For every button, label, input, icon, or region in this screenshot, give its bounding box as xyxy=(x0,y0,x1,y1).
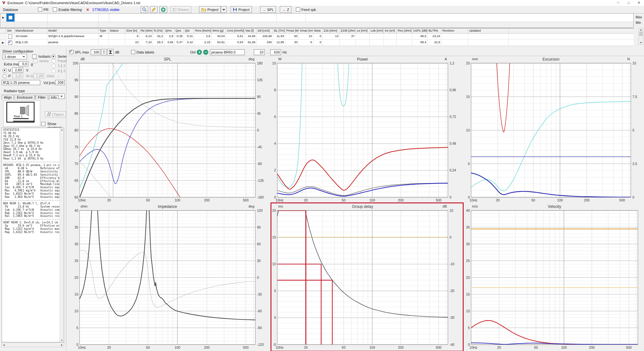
tab-filter[interactable]: Filter xyxy=(35,95,48,100)
grid-cell[interactable]: 89,4 xyxy=(412,40,428,45)
grid-column-header[interactable]: Z10k [ohm] xyxy=(340,28,356,33)
filter-cell[interactable] xyxy=(109,14,277,22)
power-field[interactable]: 1,11 xyxy=(12,73,23,78)
stats-horizontal-scrollbar[interactable]: ◄ ► xyxy=(2,343,64,347)
scroll-left-icon[interactable]: ◄ xyxy=(3,344,5,346)
grid-cell[interactable]: W xyxy=(99,34,109,39)
grid-column-header[interactable]: BL [Tm] xyxy=(273,28,285,33)
grid-cell[interactable]: 32,2 xyxy=(153,34,164,39)
voltage-field[interactable]: 2,83 xyxy=(12,67,23,73)
grid-cell[interactable]: 23,24 xyxy=(428,34,441,39)
driver-count-select[interactable]: 1 driver xyxy=(3,54,27,59)
freq-max-field[interactable]: 626 xyxy=(270,49,281,55)
grid-column-header[interactable]: Size [in] xyxy=(125,28,140,33)
grid-cell[interactable]: 12,85 xyxy=(273,40,285,45)
sel-cell[interactable] xyxy=(6,34,14,39)
filter-cell[interactable] xyxy=(99,14,109,22)
grid-column-header[interactable]: Qes xyxy=(175,28,184,33)
grid-column-header[interactable]: Status xyxy=(109,28,125,33)
spl-chart[interactable]: SPLdBdeg606570758085909510018013590450-4… xyxy=(67,56,270,203)
power-ohm-field[interactable]: 7,24 xyxy=(33,73,44,78)
power-radio[interactable] xyxy=(3,74,7,78)
sel-checkbox[interactable] xyxy=(8,34,12,39)
voltage-radio[interactable] xyxy=(3,68,7,73)
grid-vertical-scrollbar[interactable]: ▲ ▼ xyxy=(639,28,643,45)
vd-field[interactable]: 208 xyxy=(55,80,65,85)
grid-cell[interactable]: 346 xyxy=(257,40,273,45)
grid-cell[interactable] xyxy=(370,40,384,45)
grid-cell[interactable]: 30 xyxy=(285,40,299,45)
grid-cell[interactable]: 8 xyxy=(125,34,140,39)
scroll-thumb[interactable] xyxy=(639,32,643,36)
grid-column-header[interactable]: fs [Hz] xyxy=(153,28,164,33)
grid-cell[interactable]: 6,13 xyxy=(140,34,153,39)
tab-info[interactable]: Info xyxy=(49,95,59,100)
clear-filter-button[interactable]: × xyxy=(86,7,89,12)
grid-cell[interactable]: 22,8 xyxy=(428,40,441,45)
grid-cell[interactable]: 50ГДН-1-8 доработанные xyxy=(47,34,99,39)
extra-mass-field[interactable]: 0,0 xyxy=(19,61,28,66)
grid-cell[interactable]: 0 xyxy=(313,40,323,45)
scroll-down-icon[interactable]: ▼ xyxy=(60,339,64,341)
filter-sel-checkbox[interactable] xyxy=(8,15,13,20)
drivers-button[interactable]: Drivers xyxy=(170,6,191,13)
grid-cell[interactable]: резина xyxy=(47,40,99,45)
row-selector[interactable] xyxy=(0,34,6,39)
grid-cell[interactable]: 0,42 xyxy=(184,40,194,45)
grid-column-header[interactable]: BL²/Re xyxy=(428,28,441,33)
grid-cell[interactable] xyxy=(468,40,509,45)
spl-max-spinner[interactable]: ▲▼ xyxy=(101,49,107,55)
sel-checkbox[interactable] xyxy=(8,41,12,45)
grid-column-header[interactable]: Cms [mm/N] xyxy=(226,28,244,33)
grid-cell[interactable]: Эстония xyxy=(14,34,47,39)
scroll-right-icon[interactable]: ► xyxy=(61,344,63,346)
add-driver-button[interactable] xyxy=(159,6,167,13)
grid-cell[interactable] xyxy=(441,40,468,45)
scroll-up-icon[interactable]: ▲ xyxy=(60,129,64,131)
grid-column-header[interactable] xyxy=(0,28,6,33)
config-3x3-radio[interactable] xyxy=(52,69,56,73)
grid-cell[interactable]: 13 xyxy=(323,34,340,39)
feed-spk-checkbox[interactable] xyxy=(296,7,300,12)
grid-cell[interactable] xyxy=(109,34,125,39)
excursion-chart[interactable]: ExcursionmmN05101520107,552,5010Hz205010… xyxy=(464,56,643,203)
grid-cell[interactable] xyxy=(323,40,340,45)
grid-cell[interactable]: 0,35 xyxy=(175,34,184,39)
grid-column-header[interactable]: Model xyxy=(47,28,99,33)
overlay-name-field[interactable]: резина BR60.0 xyxy=(210,49,245,55)
grid-cell[interactable] xyxy=(356,34,370,39)
grid-cell[interactable] xyxy=(356,40,370,45)
edit-button[interactable] xyxy=(150,6,157,13)
export-z-button[interactable]: → Z xyxy=(280,6,291,13)
maximize-button[interactable]: □ xyxy=(623,0,634,6)
grid-column-header[interactable]: Xmax [mm] xyxy=(299,28,313,33)
grid-cell[interactable]: 226,98 xyxy=(257,34,273,39)
grid-cell[interactable] xyxy=(99,40,109,45)
series-radio[interactable] xyxy=(52,54,56,59)
grid-column-header[interactable]: Ke [sH] xyxy=(384,28,397,33)
grid-column-header[interactable]: Rss [ohm] xyxy=(397,28,412,33)
pr-checkbox[interactable] xyxy=(38,7,42,12)
export-spl-button[interactable]: → SPL xyxy=(260,6,276,13)
tab-align[interactable]: Align xyxy=(2,95,14,100)
filter-sel-cell[interactable] xyxy=(6,14,15,22)
grid-cell[interactable]: 0,54 xyxy=(226,40,244,45)
grid-cell[interactable] xyxy=(109,40,125,45)
grid-column-header[interactable]: Re [ohm] xyxy=(140,28,153,33)
grid-cell[interactable]: 40,04 xyxy=(212,34,226,39)
grid-cell[interactable] xyxy=(384,40,397,45)
grid-column-header[interactable]: Pmax [W] xyxy=(285,28,299,33)
spl-max-checkbox[interactable] xyxy=(69,50,73,54)
grid-cell[interactable] xyxy=(384,34,397,39)
filter-cell[interactable] xyxy=(15,14,48,22)
filter-cell[interactable] xyxy=(277,14,306,22)
grid-column-header[interactable]: Vas [l] xyxy=(244,28,257,33)
grid-cell[interactable]: 2,9 xyxy=(194,34,212,39)
grid-cell[interactable] xyxy=(441,34,468,39)
grid-cell[interactable]: 4,66 xyxy=(164,40,175,45)
grid-cell[interactable] xyxy=(397,40,412,45)
grid-cell[interactable] xyxy=(340,40,356,45)
grid-cell[interactable]: 7,24 xyxy=(140,40,153,45)
grid-cell[interactable]: 6 xyxy=(299,40,313,45)
grid-cell[interactable]: 50 xyxy=(285,34,299,39)
